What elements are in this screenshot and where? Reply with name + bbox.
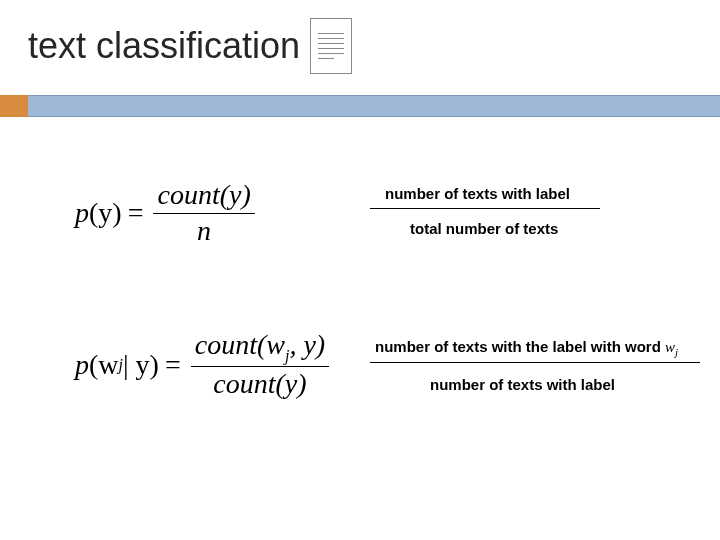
document-icon (310, 18, 352, 74)
f1-eq: = (128, 197, 144, 229)
f1-explain-den: total number of texts (410, 220, 558, 237)
f1-arg: (y) (89, 197, 122, 229)
f2-explain-num: number of texts with the label with word… (375, 338, 678, 358)
formula-likelihood: p(wj | y) = count(wj, y) count(y) (75, 330, 333, 400)
accent-square (0, 95, 28, 117)
accent-bar (0, 95, 720, 117)
formula-prior: p(y) = count(y) n (75, 180, 259, 247)
f1-num: count(y) (153, 180, 254, 211)
page-title: text classification (28, 25, 300, 67)
f2-num: count(wj, y) (191, 330, 329, 364)
f2-explain-divider (370, 362, 700, 363)
f2-arg-open: (w (89, 349, 119, 381)
f2-p: p (75, 349, 89, 381)
f2-eq: = (165, 349, 181, 381)
f1-p: p (75, 197, 89, 229)
f1-den: n (193, 216, 215, 247)
f2-explain-den: number of texts with label (430, 376, 615, 393)
f1-explain-divider (370, 208, 600, 209)
f2-den: count(y) (209, 369, 310, 400)
f1-explain-num: number of texts with label (385, 185, 570, 202)
f2-arg-close: | y) (123, 349, 159, 381)
